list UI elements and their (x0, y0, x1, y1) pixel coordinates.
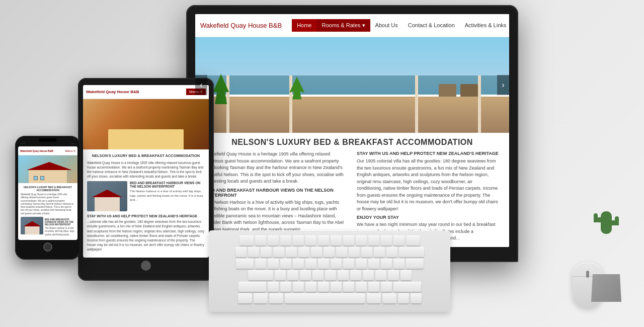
phone-screen: Wakefield Quay House B&B Menu ≡ N (18, 146, 77, 240)
key-power (406, 235, 420, 246)
site-logo: Wakefield Quay House B&B (200, 22, 282, 29)
key-v (305, 282, 316, 292)
key-period (368, 282, 379, 292)
site-content: NELSON'S LUXURY BED & BREAKFAST ACCOMMOD… (195, 133, 509, 247)
tablet-main-heading: NELSON'S LUXURY BED & BREAKFAST ACCOMMOD… (87, 153, 205, 158)
phone-status-bar: 0:44 ●●● (18, 142, 77, 146)
key-f2 (268, 235, 279, 246)
phone-menu-icon[interactable]: Menu ≡ (65, 149, 75, 152)
nav-activities[interactable]: Activities & Links (460, 19, 509, 32)
nav-home[interactable]: Home (292, 19, 316, 32)
key-d (300, 270, 311, 280)
key-cmd-r (367, 293, 381, 303)
nav-links: Home Rooms & Rates ▾ About Us Contact & … (292, 19, 509, 32)
key-p (368, 259, 379, 269)
cactus-arm-left (594, 217, 601, 222)
keyboard-row-3 (215, 259, 444, 269)
key-caps (248, 270, 273, 280)
key-l (375, 270, 386, 280)
cactus-arm-right (612, 220, 619, 225)
tablet-heritage-heading: STAY WITH US AND HELP PROTECT NEW ZEALAN… (87, 214, 205, 218)
phone-building-body (25, 225, 39, 234)
key-f (312, 270, 324, 280)
key-slash (381, 282, 392, 292)
key-ctrl (238, 293, 252, 303)
left-para1: Wakefield Quay House is a heritage 1905 … (205, 151, 348, 185)
cactus (586, 234, 626, 274)
key-2 (261, 247, 272, 257)
keyboard-row-5 (215, 282, 444, 292)
key-comma (356, 282, 367, 292)
key-y (318, 259, 329, 269)
phone-time: 0:44 (20, 142, 25, 145)
house-body (95, 196, 120, 211)
keyboard-row-2 (215, 247, 444, 257)
tablet-content: NELSON'S LUXURY BED & BREAKFAST ACCOMMOD… (83, 149, 209, 258)
key-0 (361, 247, 372, 257)
key-bracket-r (393, 259, 405, 269)
key-tab (236, 259, 254, 269)
outdoor-furniture (439, 84, 478, 97)
phone-logo-text: Wakefield Quay House (20, 149, 47, 152)
right-para1: Our 1905 colonial villa has all the good… (357, 158, 499, 212)
hero-floor (195, 95, 509, 133)
monitor-screen: Wakefield Quay House B&B Home Rooms & Ra… (195, 14, 509, 247)
hero-prev-button[interactable]: ‹ (195, 75, 207, 95)
phone-navbar: Wakefield Quay House B&B Menu ≡ (18, 146, 77, 155)
phone-window-2 (40, 176, 44, 180)
key-f8 (343, 235, 354, 246)
site-navbar: Wakefield Quay House B&B Home Rooms & Ra… (195, 14, 509, 37)
tablet-house-photo (87, 181, 127, 211)
key-u (331, 259, 342, 269)
tablet-para1: Wakefield Quay House is a heritage 1905 … (87, 160, 205, 179)
main-heading: NELSON'S LUXURY BED & BREAKFAST ACCOMMOD… (205, 138, 499, 147)
tablet-device: Wakefield Quay House B&B Menu ≡ NELSON'S… (78, 78, 214, 281)
tablet-hero (83, 99, 209, 149)
key-arrow-l (398, 293, 409, 303)
tablet-logo: Wakefield Quay House B&B (86, 90, 139, 94)
key-g (325, 270, 336, 280)
key-esc (239, 235, 254, 246)
phone-section-para: The Nelson harbour is a hive of activity… (45, 227, 75, 236)
key-minus (374, 247, 385, 257)
tablet-waterfront-heading: BED AND BREAKFAST HARBOUR VIEWS ON THE N… (130, 181, 205, 188)
phone-logo: Wakefield Quay House B&B (20, 149, 53, 152)
phone-signal: ●●● (71, 142, 75, 145)
porch-post-1 (226, 75, 229, 133)
tablet-heritage-text: ...colonial villa has all the goodies: 1… (87, 219, 205, 252)
phone-para1: Wakefield Quay House is a heritage 1905 … (21, 193, 75, 215)
tablet-bezel: Wakefield Quay House B&B Menu ≡ NELSON'S… (78, 78, 214, 281)
key-8 (336, 247, 347, 257)
site-logo-suffix: B&B (269, 22, 282, 29)
key-t (305, 259, 316, 269)
left-para2: The Nelson Harbour is a hive of activity… (205, 199, 348, 233)
porch-post-3 (415, 75, 418, 133)
hero-next-button[interactable]: › (497, 75, 509, 95)
enjoy-heading: ENJOY YOUR STAY (357, 215, 499, 220)
phone-window-1 (34, 176, 38, 180)
key-f12 (393, 235, 405, 246)
key-f1 (255, 235, 266, 246)
monitor-bezel: Wakefield Quay House B&B Home Rooms & Ra… (186, 5, 518, 262)
phone-content: NELSON'S LUXURY BED & BREAKFAST ACCOMMOD… (18, 183, 77, 240)
key-tilde (235, 247, 247, 257)
keyboard-row-6 (215, 293, 444, 303)
key-j (350, 270, 361, 280)
phone-hero (18, 155, 77, 183)
key-bracket-l (381, 259, 392, 269)
phone-home-button[interactable] (43, 242, 52, 252)
nav-rooms[interactable]: Rooms & Rates ▾ (316, 19, 370, 32)
key-6 (311, 247, 322, 257)
nav-about[interactable]: About Us (370, 19, 403, 32)
key-m (343, 282, 354, 292)
phone-building-roof (23, 221, 41, 226)
key-r (293, 259, 304, 269)
keyboard-body (209, 230, 450, 312)
cactus-body (601, 211, 612, 234)
content-left: Wakefield Quay House is a heritage 1905 … (205, 151, 348, 242)
key-q (255, 259, 266, 269)
key-4 (286, 247, 297, 257)
tablet-home-button[interactable] (141, 261, 151, 271)
key-cmd-l (269, 293, 283, 303)
nav-contact[interactable]: Contact & Location (403, 19, 460, 32)
